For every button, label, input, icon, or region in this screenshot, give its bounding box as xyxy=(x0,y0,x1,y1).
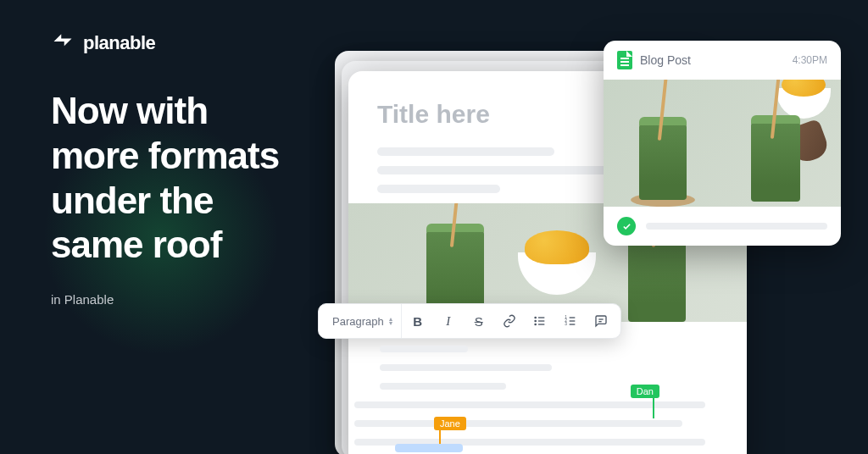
logo-icon xyxy=(51,30,75,57)
svg-point-3 xyxy=(535,317,536,318)
smoothie-glass xyxy=(751,120,800,202)
post-card-footer xyxy=(604,207,841,246)
italic-button[interactable]: I xyxy=(434,304,463,338)
comment-button[interactable] xyxy=(587,304,615,338)
user-cursor-dan xyxy=(653,398,654,418)
post-card-header: Blog Post 4:30PM xyxy=(604,41,841,80)
hero-subline: in Planable xyxy=(51,292,114,307)
caption-placeholder xyxy=(646,223,827,230)
text-line xyxy=(380,383,506,390)
svg-text:3: 3 xyxy=(565,322,567,326)
bold-button[interactable]: B xyxy=(403,304,432,338)
text-line xyxy=(380,364,552,371)
collaboration-area: Dan Jane xyxy=(354,346,736,454)
user-cursor-tag-jane: Jane xyxy=(434,417,466,430)
text-line xyxy=(380,346,468,352)
text-line xyxy=(354,420,682,427)
document-icon xyxy=(617,51,632,69)
numbered-list-button[interactable]: 123 xyxy=(556,304,585,338)
chevron-up-down-icon: ▴▾ xyxy=(389,317,392,325)
post-thumbnail xyxy=(604,80,841,207)
strikethrough-button[interactable]: S xyxy=(465,304,493,338)
user-cursor-tag-dan: Dan xyxy=(631,385,659,398)
placeholder-line xyxy=(377,185,500,193)
formatting-toolbar: Paragraph ▴▾ B I S 123 xyxy=(318,303,621,339)
placeholder-line xyxy=(377,147,554,156)
food-bowl xyxy=(776,88,831,119)
paragraph-style-selector[interactable]: Paragraph ▴▾ xyxy=(324,304,402,338)
logo-text: planable xyxy=(83,32,155,54)
text-selection-highlight xyxy=(395,444,463,452)
smoothie-glass xyxy=(639,122,687,200)
blog-post-card[interactable]: Blog Post 4:30PM xyxy=(604,41,841,246)
link-button[interactable] xyxy=(495,304,524,338)
approved-check-icon xyxy=(617,217,636,235)
brand-logo: planable xyxy=(51,30,155,57)
svg-point-5 xyxy=(535,324,536,324)
svg-point-4 xyxy=(535,320,536,321)
hero-headline: Now with more formats under the same roo… xyxy=(51,89,279,268)
food-bowl xyxy=(518,252,596,295)
post-type-label: Blog Post xyxy=(640,53,691,67)
post-time: 4:30PM xyxy=(793,54,827,66)
bullet-list-button[interactable] xyxy=(526,304,554,338)
